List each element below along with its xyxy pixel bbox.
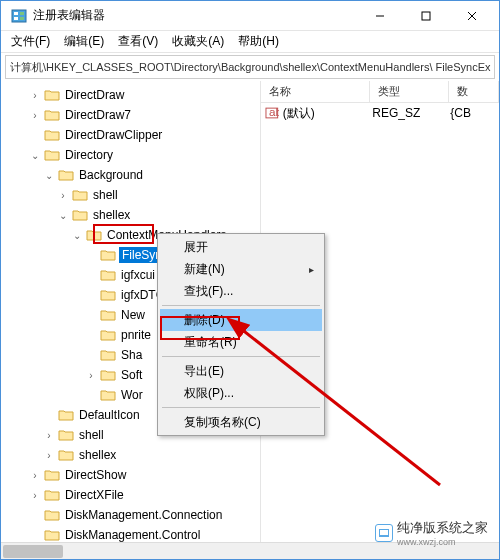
svg-rect-1	[14, 12, 18, 15]
tree-item[interactable]: DiskManagement.Control	[1, 525, 260, 542]
watermark-icon	[375, 524, 393, 542]
expander-icon[interactable]: ›	[29, 110, 41, 121]
tree-label: shellex	[77, 447, 118, 463]
expander-icon[interactable]: ›	[29, 90, 41, 101]
address-bar[interactable]: 计算机\HKEY_CLASSES_ROOT\Directory\Backgrou…	[5, 55, 495, 79]
context-menu: 展开新建(N)查找(F)...删除(D)重命名(R)导出(E)权限(P)...复…	[157, 233, 325, 436]
context-menu-item[interactable]: 权限(P)...	[160, 382, 322, 404]
menu-separator	[162, 305, 320, 306]
context-menu-item[interactable]: 新建(N)	[160, 258, 322, 280]
expander-icon[interactable]: ⌄	[29, 150, 41, 161]
col-data[interactable]: 数	[449, 81, 499, 102]
tree-item[interactable]: DiskManagement.Connection	[1, 505, 260, 525]
tree-item[interactable]: ⌄Background	[1, 165, 260, 185]
tree-label: shell	[91, 187, 120, 203]
tree-label: igfxcui	[119, 267, 157, 283]
col-type[interactable]: 类型	[370, 81, 449, 102]
tree-item[interactable]: ⌄Directory	[1, 145, 260, 165]
svg-rect-0	[12, 10, 26, 22]
menu-separator	[162, 407, 320, 408]
tree-label: DefaultIcon	[77, 407, 142, 423]
tree-label: DirectShow	[63, 467, 128, 483]
window-title: 注册表编辑器	[33, 7, 357, 24]
expander-icon[interactable]: ›	[29, 490, 41, 501]
expander-icon[interactable]: ›	[43, 450, 55, 461]
svg-rect-4	[20, 17, 24, 20]
context-menu-item[interactable]: 删除(D)	[160, 309, 322, 331]
tree-label: pnrite	[119, 327, 153, 343]
context-menu-item[interactable]: 展开	[160, 236, 322, 258]
value-name: (默认)	[283, 105, 373, 122]
string-value-icon: ab	[265, 106, 279, 120]
tree-item[interactable]: ›shell	[1, 185, 260, 205]
minimize-button[interactable]	[357, 1, 403, 31]
list-header: 名称 类型 数	[261, 81, 499, 103]
titlebar: 注册表编辑器	[1, 1, 499, 31]
tree-label: Wor	[119, 387, 145, 403]
expander-icon[interactable]: ›	[43, 430, 55, 441]
watermark-text: 纯净版系统之家	[397, 519, 488, 537]
value-type: REG_SZ	[372, 106, 450, 120]
tree-label: DirectDraw	[63, 87, 126, 103]
expander-icon[interactable]: ⌄	[43, 170, 55, 181]
tree-item[interactable]: DirectDrawClipper	[1, 125, 260, 145]
tree-item[interactable]: ›DirectShow	[1, 465, 260, 485]
tree-label: DiskManagement.Control	[63, 527, 202, 542]
maximize-button[interactable]	[403, 1, 449, 31]
expander-icon[interactable]: ›	[85, 370, 97, 381]
svg-rect-2	[14, 17, 18, 20]
tree-item[interactable]: ›DirectDraw7	[1, 105, 260, 125]
tree-item[interactable]: ›DirectXFile	[1, 485, 260, 505]
context-menu-item[interactable]: 重命名(R)	[160, 331, 322, 353]
expander-icon[interactable]: ⌄	[57, 210, 69, 221]
svg-rect-3	[20, 12, 24, 15]
expander-icon[interactable]: ›	[29, 470, 41, 481]
svg-rect-6	[422, 12, 430, 20]
scrollbar-thumb[interactable]	[3, 545, 63, 558]
tree-label: Directory	[63, 147, 115, 163]
tree-label: DirectXFile	[63, 487, 126, 503]
expander-icon[interactable]: ⌄	[71, 230, 83, 241]
tree-label: shell	[77, 427, 106, 443]
context-menu-item[interactable]: 导出(E)	[160, 360, 322, 382]
tree-label: DirectDraw7	[63, 107, 133, 123]
tree-item[interactable]: ›shellex	[1, 445, 260, 465]
tree-label: DirectDrawClipper	[63, 127, 164, 143]
watermark-url: www.xwzj.com	[397, 537, 488, 547]
menubar: 文件(F) 编辑(E) 查看(V) 收藏夹(A) 帮助(H)	[1, 31, 499, 53]
expander-icon[interactable]: ›	[57, 190, 69, 201]
menu-view[interactable]: 查看(V)	[112, 31, 164, 52]
tree-item[interactable]: ›DirectDraw	[1, 85, 260, 105]
list-row[interactable]: ab (默认) REG_SZ {CB	[261, 103, 499, 123]
watermark: 纯净版系统之家 www.xwzj.com	[375, 519, 488, 547]
menu-file[interactable]: 文件(F)	[5, 31, 56, 52]
close-button[interactable]	[449, 1, 495, 31]
col-name[interactable]: 名称	[261, 81, 370, 102]
menu-edit[interactable]: 编辑(E)	[58, 31, 110, 52]
tree-item[interactable]: ⌄shellex	[1, 205, 260, 225]
tree-label: shellex	[91, 207, 132, 223]
tree-label: Background	[77, 167, 145, 183]
context-menu-item[interactable]: 复制项名称(C)	[160, 411, 322, 433]
svg-text:ab: ab	[269, 106, 279, 118]
menu-fav[interactable]: 收藏夹(A)	[166, 31, 230, 52]
menu-help[interactable]: 帮助(H)	[232, 31, 285, 52]
svg-rect-13	[380, 530, 388, 535]
context-menu-item[interactable]: 查找(F)...	[160, 280, 322, 302]
regedit-icon	[11, 8, 27, 24]
menu-separator	[162, 356, 320, 357]
tree-label: Soft	[119, 367, 144, 383]
value-data: {CB	[450, 106, 499, 120]
tree-label: DiskManagement.Connection	[63, 507, 224, 523]
tree-label: New	[119, 307, 147, 323]
tree-label: Sha	[119, 347, 144, 363]
